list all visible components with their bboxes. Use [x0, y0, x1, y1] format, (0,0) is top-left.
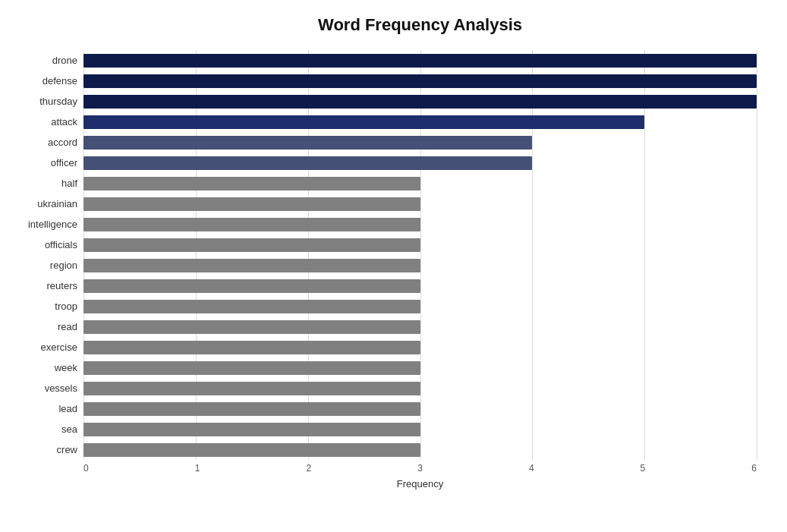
bar-label: half: [2, 178, 77, 189]
bar-row: reuters: [83, 275, 757, 296]
bar: [83, 259, 420, 272]
bar-label: crew: [2, 444, 77, 455]
bar-row: ukrainian: [83, 194, 757, 214]
bar-row: defense: [83, 71, 757, 91]
grid-line: [757, 50, 757, 460]
bar-row: week: [83, 357, 757, 378]
bar-label: thursday: [2, 96, 77, 107]
bar-row: troop: [83, 296, 757, 316]
bar: [83, 177, 420, 190]
bar-label: attack: [2, 116, 77, 127]
bar-label: sea: [2, 423, 77, 435]
bar: [83, 279, 420, 293]
bar-label: region: [2, 260, 77, 271]
bar: [83, 443, 420, 457]
bar-row: lead: [83, 398, 757, 419]
bar-row: region: [83, 255, 757, 275]
bar-label: read: [2, 321, 77, 332]
bar-label: lead: [2, 403, 77, 414]
bar: [83, 382, 420, 395]
bars-wrapper: dronedefensethursdayattackaccordofficerh…: [83, 50, 757, 460]
bar-row: crew: [83, 439, 757, 460]
bar-label: accord: [2, 137, 77, 148]
bar: [83, 95, 757, 109]
bar-row: accord: [83, 132, 757, 153]
bar-row: intelligence: [83, 214, 757, 235]
bar-row: drone: [83, 50, 757, 71]
bar-label: exercise: [2, 342, 77, 353]
bar-row: officials: [83, 235, 757, 255]
x-tick: 5: [641, 463, 646, 474]
bar: [83, 320, 420, 334]
x-axis: 0123456: [83, 463, 757, 474]
bar: [83, 136, 532, 150]
bar: [83, 341, 420, 354]
chart-title: Word Frequency Analysis: [83, 15, 757, 35]
bar: [83, 197, 420, 211]
bar-label: intelligence: [2, 219, 77, 230]
bar-label: vessels: [2, 382, 77, 394]
bar-label: troop: [2, 301, 77, 312]
bar-label: ukrainian: [2, 198, 77, 209]
bar-label: week: [2, 362, 77, 373]
x-tick: 2: [306, 463, 311, 474]
bar-row: vessels: [83, 378, 757, 398]
bar-row: sea: [83, 419, 757, 439]
bar: [83, 300, 420, 313]
bar: [83, 423, 420, 436]
bar-row: attack: [83, 112, 757, 132]
x-tick: 1: [195, 463, 200, 474]
bar-label: drone: [2, 55, 77, 66]
bar-row: exercise: [83, 337, 757, 357]
bar: [83, 74, 757, 88]
bar: [83, 115, 644, 129]
bar: [83, 218, 420, 231]
bar: [83, 402, 420, 416]
x-tick: 3: [417, 463, 423, 474]
bar: [83, 156, 532, 170]
bar: [83, 54, 757, 68]
chart-container: Word Frequency Analysis dronedefensethur…: [0, 0, 787, 532]
x-axis-label: Frequency: [83, 478, 757, 490]
bar-row: read: [83, 316, 757, 337]
bar-row: half: [83, 173, 757, 194]
chart-area: dronedefensethursdayattackaccordofficerh…: [83, 50, 757, 490]
bar-label: defense: [2, 75, 77, 87]
bar-label: officer: [2, 157, 77, 168]
bar: [83, 361, 420, 375]
bar-label: officials: [2, 239, 77, 250]
bar-row: officer: [83, 153, 757, 173]
bar-row: thursday: [83, 91, 757, 112]
x-tick: 0: [83, 463, 89, 474]
bar-label: reuters: [2, 280, 77, 291]
bar: [83, 238, 420, 252]
x-tick: 4: [529, 463, 534, 474]
x-tick: 6: [751, 463, 757, 474]
